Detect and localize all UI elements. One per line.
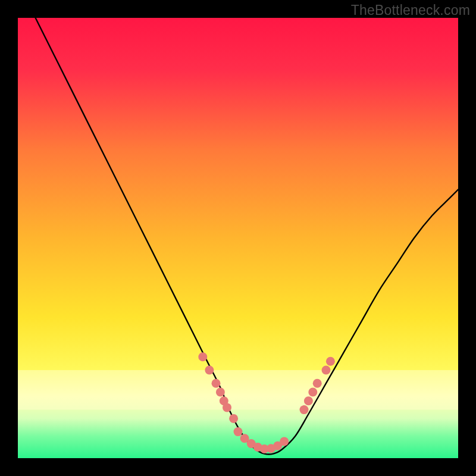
marker-markers-bottom <box>280 437 289 446</box>
marker-markers-left <box>205 366 214 375</box>
marker-markers-right <box>313 379 322 388</box>
plot-area <box>18 18 458 458</box>
marker-markers-left <box>198 352 207 361</box>
chart-svg <box>18 18 458 458</box>
marker-markers-left <box>229 414 238 423</box>
marker-markers-right <box>326 357 335 366</box>
highlight-band <box>18 370 458 410</box>
marker-markers-bottom <box>234 427 243 436</box>
marker-markers-left <box>223 403 231 412</box>
marker-markers-right <box>304 396 313 405</box>
marker-markers-left <box>212 379 221 388</box>
watermark-text: TheBottleneck.com <box>351 2 470 18</box>
marker-markers-right <box>308 388 317 397</box>
chart-frame: TheBottleneck.com <box>0 0 476 476</box>
marker-markers-right <box>322 366 331 375</box>
marker-markers-right <box>300 405 309 414</box>
marker-markers-left <box>216 388 225 397</box>
